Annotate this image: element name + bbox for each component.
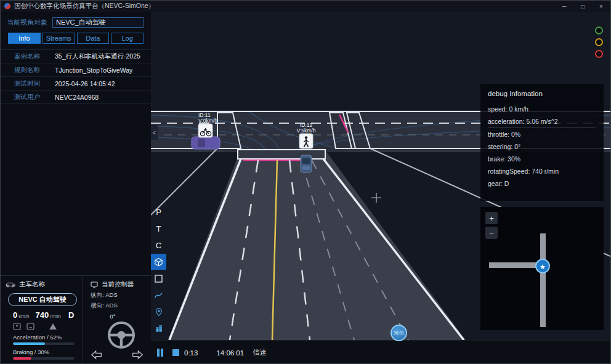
traffic-light-red-icon <box>595 50 603 58</box>
braking-label: Braking / 30% <box>6 349 83 355</box>
acceleration-label: Acceleration / 52% <box>6 334 83 341</box>
vehicle-status-panel: 主车名称 NEVC 自动驾驶 0 km/h 740 r/min D Accele… <box>1 275 151 364</box>
door-icon <box>26 323 34 330</box>
traffic-light-green-icon <box>595 26 603 34</box>
controller-panel-title: 当前控制器 <box>102 280 134 289</box>
debug-acceleration: acceleration: 5.06 m/s^2 <box>488 115 596 128</box>
acceleration-meter <box>13 342 75 345</box>
tab-log[interactable]: Log <box>111 33 144 44</box>
braking-meter <box>13 357 75 360</box>
traffic-light-indicator <box>595 26 603 58</box>
seatbelt-icon <box>13 323 21 330</box>
elapsed-time: 0:13 <box>184 349 198 357</box>
turn-right-arrow-icon <box>132 350 144 360</box>
rpm-value: 740 <box>36 310 49 320</box>
minimap-ego-star-icon: ★ <box>540 263 546 270</box>
pause-button[interactable] <box>156 349 164 357</box>
close-button[interactable]: × <box>592 1 610 12</box>
lateral-controller: 横向: ADS <box>91 302 151 310</box>
traffic-light-yellow-icon <box>595 38 603 46</box>
maximize-button[interactable]: □ <box>573 1 592 12</box>
turn-left-arrow-icon <box>91 350 102 360</box>
view-target-input[interactable] <box>52 17 144 28</box>
car-icon <box>6 281 15 288</box>
crosswalk <box>238 150 325 159</box>
view-toolbar: P T C <box>151 204 166 337</box>
app-window: 国创中心数字化场景仿真平台（NEVC-SimOne） ─ □ × 当前视角对象 … <box>0 0 611 364</box>
minimap[interactable]: + − ★ <box>480 207 604 330</box>
tool-trajectory-button[interactable] <box>151 287 166 303</box>
speed-unit: km/h <box>18 313 29 319</box>
debug-info-panel: debug Infomation speed: 0 km/h accelerat… <box>480 84 604 201</box>
playback-speed-button[interactable]: 倍速 <box>253 348 267 357</box>
window-title: 国创中心数字化场景仿真平台（NEVC-SimOne） <box>14 2 155 10</box>
app-icon <box>4 3 10 9</box>
acceleration-bar <box>13 342 45 345</box>
tab-streams[interactable]: Streams <box>42 33 75 44</box>
tool-p-button[interactable]: P <box>151 204 166 220</box>
debug-throttle: throttle: 0% <box>488 128 596 140</box>
tab-info[interactable]: Info <box>8 33 41 44</box>
sidebar: 当前视角对象 Info Streams Data Log 案例名称 35_行人和… <box>1 12 151 364</box>
speed-value: 0 <box>13 310 17 320</box>
debug-rotating-speed: rotatingSpeed: 740 r/min <box>488 165 596 177</box>
field-case-name: 案例名称 35_行人和非机动车通行-2025 <box>1 50 151 63</box>
clock-time: 14:06:01 <box>216 349 244 357</box>
rpm-unit: r/min <box>50 313 61 319</box>
location-pin-icon <box>155 307 163 317</box>
tool-select-button[interactable] <box>151 270 166 286</box>
warning-triangle-icon <box>49 323 57 330</box>
cyclist-speed-label: V:0km/h <box>198 118 217 124</box>
minimap-zoom-in-button[interactable]: + <box>485 212 498 224</box>
view-target-label: 当前视角对象 <box>7 18 47 27</box>
debug-steering: steering: 0° <box>488 140 596 153</box>
debug-panel-title: debug Infomation <box>488 90 596 97</box>
minimap-zoom-out-button[interactable]: − <box>485 227 498 239</box>
vehicle-panel-title: 主车名称 <box>19 280 45 289</box>
field-rule-name: 规则名称 TJunction_StopToGiveWay <box>1 63 151 77</box>
longitudinal-controller: 纵向: ADS <box>91 291 151 299</box>
steering-angle-value: 0° <box>91 313 135 320</box>
field-test-time: 测试时间 2025-04-26 14:05:42 <box>1 77 151 91</box>
building-icon <box>155 324 163 333</box>
title-bar: 国创中心数字化场景仿真平台（NEVC-SimOne） ─ □ × <box>1 1 610 12</box>
info-fields: 案例名称 35_行人和非机动车通行-2025 规则名称 TJunction_St… <box>1 49 151 104</box>
tool-3d-cube-button[interactable] <box>151 254 166 270</box>
field-test-user: 测试用户 NEVC24A0968 <box>1 91 151 104</box>
controller-icon <box>91 281 98 288</box>
braking-bar <box>13 357 31 360</box>
square-icon <box>155 275 163 283</box>
stop-button[interactable] <box>172 349 179 356</box>
cube-icon <box>154 257 163 267</box>
sidebar-collapse-handle[interactable]: < <box>151 125 158 140</box>
playback-bar: 0:13 14:06:01 倍速 <box>151 340 611 364</box>
sidebar-tabs: Info Streams Data Log <box>1 31 151 49</box>
tool-location-button[interactable] <box>151 304 166 320</box>
debug-gear: gear: D <box>488 177 596 190</box>
tool-building-button[interactable] <box>151 320 166 336</box>
tab-data[interactable]: Data <box>77 33 110 44</box>
debug-speed: speed: 0 km/h <box>488 103 596 115</box>
steering-wheel-icon <box>107 320 136 350</box>
debug-brake: brake: 30% <box>488 153 596 165</box>
minimap-canvas: ★ <box>480 207 604 330</box>
gear-indicator: D <box>68 310 74 320</box>
purple-vehicle[interactable] <box>192 137 220 149</box>
timer-bubble[interactable]: 36:01 <box>390 325 407 341</box>
ego-vehicle[interactable] <box>301 155 312 172</box>
vehicle-name-button[interactable]: NEVC 自动驾驶 <box>8 293 77 306</box>
curve-icon <box>154 291 163 299</box>
pedestrian-speed-label: V:5km/h <box>297 127 316 134</box>
crosshair-cursor-icon <box>371 193 381 203</box>
simulation-viewport[interactable]: ID:11 V:0km/h ID:12 V:5km/h <box>151 12 611 364</box>
minimize-button[interactable]: ─ <box>555 1 573 12</box>
tool-c-button[interactable]: C <box>151 237 166 253</box>
tool-t-button[interactable]: T <box>151 220 166 237</box>
